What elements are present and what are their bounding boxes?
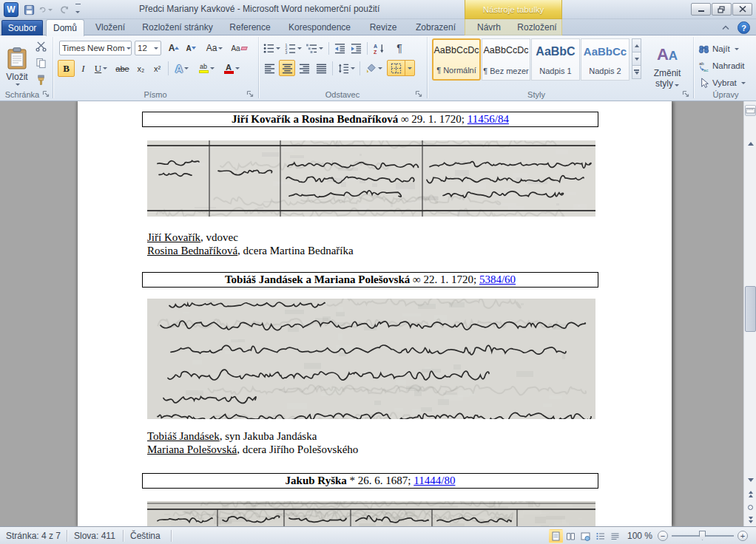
previous-page-button[interactable] bbox=[745, 489, 756, 500]
ruler-toggle-button[interactable] bbox=[745, 105, 756, 116]
minimize-button[interactable] bbox=[691, 3, 711, 16]
grow-font-button[interactable]: A bbox=[166, 41, 182, 55]
tab-table-layout[interactable]: Rozložení bbox=[512, 19, 562, 35]
customize-qat-button[interactable] bbox=[73, 3, 82, 16]
web-layout-view-button[interactable] bbox=[578, 529, 593, 543]
bullets-button[interactable] bbox=[262, 41, 281, 55]
scan-image-marriage-1720-jandasek[interactable] bbox=[147, 299, 595, 419]
borders-main[interactable] bbox=[388, 61, 405, 75]
tab-insert[interactable]: Vložení bbox=[89, 19, 132, 35]
increase-indent-button[interactable] bbox=[348, 41, 363, 55]
word-count[interactable]: Slova: 411 bbox=[74, 530, 115, 542]
scrollbar-thumb[interactable] bbox=[745, 286, 756, 332]
find-button[interactable]: Najít bbox=[698, 41, 739, 56]
font-name-combo[interactable]: Times New Rom bbox=[59, 41, 132, 55]
record-hyperlink[interactable]: 5384/60 bbox=[479, 273, 516, 285]
clipboard-dialog-launcher[interactable] bbox=[41, 89, 50, 98]
sort-button[interactable] bbox=[371, 41, 387, 55]
document-page[interactable]: Jiří Kovařík a Rosina Bednaříková ∞ 29. … bbox=[78, 101, 672, 526]
zoom-slider-thumb[interactable] bbox=[699, 531, 706, 540]
highlight-color-button[interactable]: ab bbox=[195, 60, 217, 77]
borders-button[interactable] bbox=[387, 60, 415, 76]
full-screen-reading-view-button[interactable] bbox=[564, 529, 578, 543]
select-browse-object-button[interactable] bbox=[745, 502, 756, 513]
style-heading-2[interactable]: AaBbCc Nadpis 2 bbox=[581, 38, 630, 81]
scroll-up-button[interactable] bbox=[745, 138, 756, 149]
justify-button[interactable] bbox=[314, 60, 329, 76]
show-formatting-marks-button[interactable]: ¶ bbox=[392, 41, 407, 55]
zoom-out-button[interactable]: − bbox=[658, 531, 668, 541]
scan-image-baptism-1687-ryska[interactable] bbox=[147, 501, 595, 526]
help-button[interactable]: ? bbox=[738, 21, 750, 34]
tab-file[interactable]: Soubor bbox=[1, 20, 43, 35]
paste-button[interactable]: Vložit bbox=[3, 38, 31, 95]
select-button[interactable]: Vybrat bbox=[698, 75, 746, 90]
copy-button[interactable] bbox=[34, 56, 47, 69]
scroll-down-button[interactable] bbox=[745, 475, 756, 486]
borders-arrow[interactable] bbox=[405, 61, 414, 75]
line-spacing-button[interactable] bbox=[336, 60, 357, 76]
font-color-button[interactable]: A bbox=[220, 60, 243, 77]
font-dialog-launcher[interactable] bbox=[246, 89, 254, 98]
tab-mailings-label: Korespondence bbox=[288, 22, 351, 33]
zoom-in-button[interactable]: + bbox=[738, 531, 748, 541]
restore-button[interactable] bbox=[712, 3, 732, 16]
superscript-button[interactable]: x² bbox=[149, 60, 165, 77]
save-button[interactable] bbox=[22, 3, 36, 16]
close-button[interactable] bbox=[732, 3, 752, 16]
format-painter-button[interactable] bbox=[34, 73, 47, 86]
tab-table-design[interactable]: Návrh bbox=[469, 19, 509, 35]
style-heading-1[interactable]: AaBbC Nadpis 1 bbox=[531, 38, 580, 81]
font-size-combo[interactable]: 12 bbox=[135, 41, 161, 55]
strikethrough-button[interactable]: abe bbox=[113, 60, 132, 77]
scan-image-marriage-1720-kovarik[interactable] bbox=[147, 140, 595, 217]
bold-button[interactable]: B bbox=[58, 60, 75, 77]
align-center-button[interactable] bbox=[279, 60, 295, 76]
page-indicator[interactable]: Stránka: 4 z 7 bbox=[6, 530, 61, 542]
text-effects-button[interactable]: A bbox=[172, 60, 192, 77]
underline-arrow bbox=[103, 67, 107, 69]
record-hyperlink[interactable]: 11456/84 bbox=[468, 113, 509, 125]
redo-button[interactable] bbox=[56, 3, 70, 16]
undo-button[interactable] bbox=[39, 3, 53, 16]
vertical-scrollbar[interactable] bbox=[743, 101, 756, 526]
decrease-indent-button[interactable] bbox=[332, 41, 347, 55]
tab-references[interactable]: Reference bbox=[223, 19, 277, 35]
print-layout-view-button[interactable] bbox=[549, 529, 563, 543]
tab-view[interactable]: Zobrazení bbox=[408, 19, 463, 35]
align-left-button[interactable] bbox=[262, 60, 277, 76]
shading-button[interactable] bbox=[363, 60, 384, 76]
word-logo-icon[interactable]: W bbox=[4, 2, 18, 17]
tab-review[interactable]: Revize bbox=[362, 19, 404, 35]
collapse-ribbon-button[interactable] bbox=[719, 21, 732, 33]
subscript-button[interactable]: x₂ bbox=[133, 60, 149, 77]
style-gallery-down-button[interactable] bbox=[632, 52, 641, 66]
replace-button[interactable]: Nahradit bbox=[698, 58, 744, 73]
language-indicator[interactable]: Čeština bbox=[130, 530, 161, 542]
multilevel-list-button[interactable] bbox=[305, 41, 324, 55]
draft-view-button[interactable] bbox=[608, 529, 622, 543]
next-page-button[interactable] bbox=[745, 514, 756, 526]
cut-button[interactable] bbox=[34, 39, 47, 52]
style-gallery-up-button[interactable] bbox=[632, 38, 641, 52]
italic-button[interactable]: I bbox=[77, 60, 90, 77]
underline-button[interactable]: U bbox=[91, 60, 111, 77]
style-gallery-more-button[interactable] bbox=[632, 65, 641, 79]
style-no-spacing[interactable]: AaBbCcDc ¶ Bez mezer bbox=[482, 38, 530, 81]
font-color-icon: A bbox=[224, 64, 234, 74]
tab-page-layout[interactable]: Rozložení stránky bbox=[136, 19, 219, 35]
change-styles-button[interactable]: AA Změnit styly bbox=[647, 38, 688, 95]
outline-view-button[interactable] bbox=[593, 529, 607, 543]
record-hyperlink[interactable]: 11444/80 bbox=[414, 475, 455, 486]
tab-home[interactable]: Domů bbox=[46, 19, 84, 36]
styles-dialog-launcher[interactable] bbox=[681, 89, 690, 98]
numbering-button[interactable] bbox=[283, 41, 303, 55]
paragraph-dialog-launcher[interactable] bbox=[414, 89, 423, 98]
change-case-button[interactable]: Aa bbox=[204, 41, 225, 55]
clear-formatting-button[interactable]: Aa bbox=[229, 41, 249, 55]
zoom-level[interactable]: 100 % bbox=[627, 530, 652, 542]
shrink-font-button[interactable]: A bbox=[183, 41, 199, 55]
align-right-button[interactable] bbox=[297, 60, 312, 76]
style-normal[interactable]: AaBbCcDc ¶ Normální bbox=[432, 38, 481, 81]
tab-mailings[interactable]: Korespondence bbox=[281, 19, 358, 35]
